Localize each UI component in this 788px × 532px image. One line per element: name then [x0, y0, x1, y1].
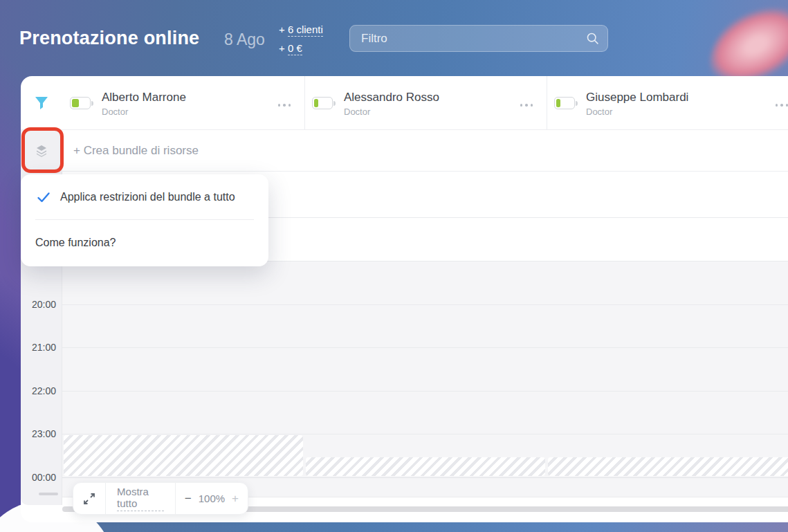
tutorial-highlight-box	[21, 127, 64, 173]
clients-count-link[interactable]: + 6 clienti	[279, 20, 323, 39]
capacity-toggle[interactable]	[554, 97, 578, 109]
hour-line	[62, 347, 788, 348]
more-options-icon[interactable]	[773, 101, 788, 109]
menu-item-label: Applica restrizioni del bundle a tutto	[60, 191, 235, 203]
revenue-link[interactable]: + 0 €	[279, 39, 323, 57]
blocked-time-slot	[64, 435, 303, 476]
more-options-icon[interactable]	[517, 101, 536, 109]
capacity-toggle[interactable]	[312, 97, 336, 109]
funnel-icon	[34, 95, 49, 111]
blocked-time-slot	[306, 457, 545, 476]
resource-header-3: Giuseppe Lombardi Doctor	[547, 76, 788, 130]
resource-name: Alberto Marrone	[102, 90, 186, 104]
zoom-out-button[interactable]: −	[185, 492, 192, 506]
capacity-fill	[314, 99, 318, 107]
view-toolbar: Mostra tutto − 100% +	[73, 482, 248, 515]
bundle-context-menu: Applica restrizioni del bundle a tutto C…	[21, 174, 268, 266]
hour-line	[62, 391, 788, 392]
create-bundle-button[interactable]: + Crea bundle di risorse	[62, 130, 788, 172]
search-icon	[585, 31, 600, 46]
capacity-nub	[333, 101, 336, 106]
menu-item-how-it-works[interactable]: Come funziona?	[21, 220, 268, 265]
filter-resources-button[interactable]	[21, 76, 62, 130]
filter-input[interactable]	[349, 25, 608, 52]
capacity-nub	[91, 101, 93, 106]
resources-header-row: Alberto Marrone Doctor Alessandro Rosso …	[21, 76, 788, 130]
show-all-button[interactable]: Mostra tutto	[106, 483, 175, 514]
capacity-fill	[72, 99, 79, 107]
time-label: 23:00	[24, 428, 56, 439]
resource-header-2: Alessandro Rosso Doctor	[304, 76, 547, 130]
menu-item-label: Come funziona?	[35, 237, 116, 249]
capacity-fill	[556, 99, 560, 107]
calendar-panel: Alberto Marrone Doctor Alessandro Rosso …	[21, 76, 788, 522]
resource-role: Doctor	[344, 107, 439, 117]
time-label: 21:00	[24, 342, 56, 353]
hour-line	[62, 434, 788, 434]
resource-name: Alessandro Rosso	[344, 90, 439, 104]
hour-line	[62, 304, 788, 305]
time-label: 20:00	[24, 299, 56, 310]
resource-header-1: Alberto Marrone Doctor	[62, 76, 304, 130]
time-label: 22:00	[24, 385, 56, 396]
hour-line	[62, 477, 788, 478]
resource-role: Doctor	[586, 107, 688, 117]
zoom-control: − 100% +	[176, 483, 248, 514]
menu-item-apply-restrictions[interactable]: Applica restrizioni del bundle a tutto	[21, 174, 268, 219]
page-title: Prenotazione online	[19, 28, 199, 49]
time-label: 00:00	[24, 472, 56, 483]
zoom-in-button[interactable]: +	[232, 492, 239, 506]
create-bundle-label: + Crea bundle di risorse	[73, 144, 199, 158]
expand-icon	[82, 492, 96, 506]
gutter-scroll-indicator	[39, 493, 58, 495]
filter-field-wrap	[349, 25, 608, 52]
capacity-nub	[576, 101, 578, 106]
header-stats: + 6 clienti + 0 €	[279, 20, 323, 57]
check-icon	[36, 190, 51, 205]
expand-view-button[interactable]	[73, 483, 105, 514]
resource-name: Giuseppe Lombardi	[586, 90, 688, 104]
resource-role: Doctor	[102, 107, 186, 117]
booking-app: { "header": { "title": "Prenotazione onl…	[0, 0, 788, 532]
current-date: 8 Ago	[224, 30, 265, 49]
zoom-level: 100%	[199, 493, 225, 504]
more-options-icon[interactable]	[275, 101, 294, 109]
capacity-toggle[interactable]	[70, 97, 93, 109]
blocked-time-slot	[548, 457, 788, 476]
